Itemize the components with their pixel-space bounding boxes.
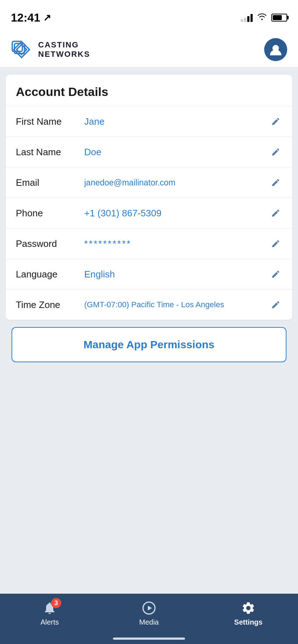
last-name-value: Doe bbox=[84, 147, 269, 158]
home-indicator bbox=[113, 638, 185, 640]
last-name-label: Last Name bbox=[16, 147, 84, 158]
battery-icon bbox=[271, 14, 287, 22]
timezone-edit-button[interactable] bbox=[269, 298, 282, 311]
first-name-label: First Name bbox=[16, 116, 84, 127]
main-content: Account Details First Name Jane Last Nam… bbox=[0, 68, 298, 362]
logo-icon bbox=[11, 40, 32, 59]
first-name-row: First Name Jane bbox=[6, 106, 292, 137]
tab-media[interactable]: Media bbox=[99, 600, 199, 626]
tab-bar: 3 Alerts Media Settings bbox=[0, 594, 298, 644]
status-bar: 12:41 ↗ bbox=[0, 0, 298, 32]
gear-icon bbox=[240, 600, 256, 616]
logo: CASTING NETWORKS bbox=[11, 40, 90, 59]
tab-settings[interactable]: Settings bbox=[199, 600, 298, 626]
alerts-tab-label: Alerts bbox=[40, 618, 59, 626]
wifi-icon bbox=[257, 13, 267, 23]
manage-app-permissions-button[interactable]: Manage App Permissions bbox=[12, 327, 286, 362]
status-time: 12:41 ↗ bbox=[11, 11, 51, 24]
email-value: janedoe@mailinator.com bbox=[84, 178, 269, 188]
first-name-edit-button[interactable] bbox=[269, 115, 282, 128]
email-edit-button[interactable] bbox=[269, 176, 282, 189]
status-icons bbox=[241, 13, 287, 23]
email-row: Email janedoe@mailinator.com bbox=[6, 167, 292, 198]
phone-row: Phone +1 (301) 867-5309 bbox=[6, 198, 292, 229]
last-name-row: Last Name Doe bbox=[6, 137, 292, 167]
location-arrow-icon: ↗ bbox=[43, 12, 51, 23]
alerts-badge: 3 bbox=[51, 598, 61, 608]
media-tab-label: Media bbox=[139, 618, 159, 626]
first-name-value: Jane bbox=[84, 116, 269, 127]
password-row: Password ********** bbox=[6, 229, 292, 259]
email-label: Email bbox=[16, 177, 84, 188]
account-details-card: Account Details First Name Jane Last Nam… bbox=[6, 75, 292, 320]
avatar[interactable] bbox=[264, 38, 287, 61]
phone-value: +1 (301) 867-5309 bbox=[84, 208, 269, 219]
play-icon bbox=[141, 600, 157, 616]
language-value: English bbox=[84, 269, 269, 280]
signal-icon bbox=[241, 13, 253, 22]
phone-edit-button[interactable] bbox=[269, 207, 282, 220]
language-label: Language bbox=[16, 269, 84, 280]
language-row: Language English bbox=[6, 259, 292, 290]
last-name-edit-button[interactable] bbox=[269, 146, 282, 158]
svg-marker-4 bbox=[148, 606, 152, 610]
password-value: ********** bbox=[84, 238, 269, 249]
language-edit-button[interactable] bbox=[269, 268, 282, 281]
account-details-title: Account Details bbox=[6, 75, 292, 106]
password-edit-button[interactable] bbox=[269, 237, 282, 250]
timezone-value: (GMT-07:00) Pacific Time - Los Angeles bbox=[84, 300, 269, 309]
settings-tab-label: Settings bbox=[234, 618, 263, 626]
tab-alerts[interactable]: 3 Alerts bbox=[0, 600, 99, 626]
phone-label: Phone bbox=[16, 208, 84, 219]
app-header: CASTING NETWORKS bbox=[0, 32, 298, 68]
logo-text: CASTING NETWORKS bbox=[38, 40, 90, 59]
timezone-row: Time Zone (GMT-07:00) Pacific Time - Los… bbox=[6, 290, 292, 320]
password-label: Password bbox=[16, 238, 84, 249]
manage-app-permissions-label: Manage App Permissions bbox=[83, 339, 215, 350]
timezone-label: Time Zone bbox=[16, 299, 84, 310]
bell-icon: 3 bbox=[42, 600, 58, 616]
